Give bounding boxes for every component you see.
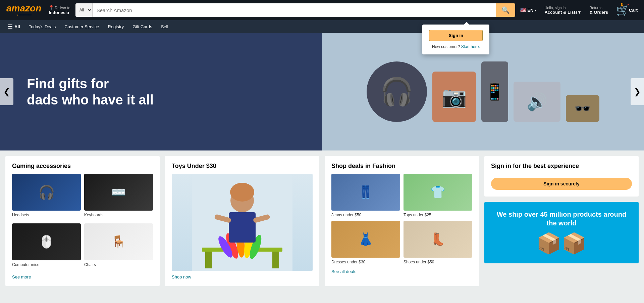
fashion-item-tops[interactable]: 👕 Tops under $25	[404, 174, 472, 217]
hero-next-button[interactable]: ❯	[631, 78, 644, 105]
chevron-down-icon: ▾	[535, 8, 536, 12]
fashion-item-dresses[interactable]: 👗 Dresses under $30	[331, 221, 400, 264]
returns-orders[interactable]: Returns & Orders	[586, 4, 611, 16]
location-pin-icon: 📍	[49, 5, 54, 10]
shoes-image: 👢	[404, 221, 472, 258]
toys-image[interactable]	[172, 174, 313, 271]
hero-sunglasses-img: 🕶️	[566, 95, 599, 122]
search-bar: All 🔍	[75, 3, 516, 17]
fashion-card: Shop deals in Fashion 👖 Jeans under $50 …	[325, 156, 479, 286]
dress-label: Dresses under $30	[331, 260, 365, 264]
account-menu[interactable]: Hello, sign in Account & Lists ▾ Sign in…	[541, 4, 584, 16]
jeans-label: Jeans under $50	[331, 213, 361, 217]
gaming-items-grid: 🎧 Headsets ⌨️ Keyboards 🖱️ Computer mice…	[12, 174, 153, 270]
fashion-card-title: Shop deals in Fashion	[331, 163, 472, 170]
ship-title: We ship over 45 million products around …	[492, 210, 631, 227]
fashion-items-grid: 👖 Jeans under $50 👕 Tops under $25 👗 Dre…	[331, 174, 472, 264]
jeans-image: 👖	[331, 174, 400, 211]
account-lists-label: Account & Lists	[544, 10, 578, 15]
tops-label: Tops under $25	[404, 213, 431, 217]
logo-smile: ↓—————	[16, 13, 31, 16]
signin-card: Sign in for the best experience Sign in …	[484, 156, 639, 197]
nav-todays-deals[interactable]: Today's Deals	[25, 22, 60, 32]
nav-all-menu[interactable]: ☰ All	[4, 21, 24, 32]
svg-rect-3	[272, 252, 279, 268]
svg-rect-10	[229, 212, 256, 243]
tops-image: 👕	[404, 174, 472, 211]
signin-card-title: Sign in for the best experience	[491, 163, 632, 170]
hero-prev-button[interactable]: ❮	[0, 78, 13, 105]
returns-label: Returns	[589, 6, 608, 10]
hero-product-images: 🎧 📷 📱 🔊 🕶️	[360, 55, 606, 129]
dropdown-signin-button[interactable]: Sign in	[429, 30, 483, 41]
ship-boxes-icon: 📦📦	[536, 231, 587, 255]
search-icon: 🔍	[501, 6, 510, 14]
toys-shop-now[interactable]: Shop now	[172, 274, 313, 279]
search-category-select[interactable]: All	[75, 3, 93, 17]
keyboard-image: ⌨️	[84, 174, 153, 211]
toys-card-title: Toys Under $30	[172, 163, 313, 170]
gaming-item-chairs[interactable]: 🪑 Chairs	[84, 223, 153, 270]
svg-point-13	[230, 183, 254, 202]
amazon-logo[interactable]: amazon ↓—————	[4, 2, 44, 18]
deliver-location[interactable]: 📍 Deliver to Indonesia	[46, 3, 72, 17]
right-column: Sign in for the best experience Sign in …	[484, 156, 639, 286]
hero-headphones-img: 🎧	[367, 61, 427, 122]
nav-all-label: All	[14, 24, 20, 29]
cart-icon: 🛒 0	[616, 4, 630, 16]
ship-worldwide-card[interactable]: We ship over 45 million products around …	[484, 202, 639, 263]
gaming-item-mice[interactable]: 🖱️ Computer mice	[12, 223, 81, 270]
signin-securely-button[interactable]: Sign in securely	[491, 178, 632, 190]
keyboard-label: Keyboards	[84, 213, 103, 217]
chair-label: Chairs	[84, 262, 96, 267]
cart-count: 0	[621, 2, 624, 7]
hero-speaker-img: 🔊	[514, 82, 560, 122]
dress-image: 👗	[331, 221, 400, 258]
nav-customer-service[interactable]: Customer Service	[61, 22, 103, 32]
hero-banner: ❮ Find gifts for dads who have it all 🎧 …	[0, 33, 644, 150]
new-customer-text: New customer?	[432, 44, 460, 49]
cards-section: Gaming accessories 🎧 Headsets ⌨️ Keyboar…	[0, 150, 644, 292]
navbar: ☰ All Today's Deals Customer Service Reg…	[0, 20, 644, 33]
cart[interactable]: 🛒 0 Cart	[614, 2, 640, 18]
gaming-item-headsets[interactable]: 🎧 Headsets	[12, 174, 81, 220]
mouse-label: Computer mice	[12, 262, 39, 267]
headset-label: Headsets	[12, 213, 29, 217]
orders-label: & Orders	[589, 10, 608, 15]
chevron-down-icon: ▾	[578, 10, 581, 15]
search-input[interactable]	[93, 3, 496, 17]
gaming-see-more[interactable]: See more	[12, 274, 153, 279]
toys-svg	[172, 174, 313, 271]
chair-image: 🪑	[84, 223, 153, 260]
toys-card: Toys Under $30	[165, 156, 319, 286]
hero-phone-img: 📱	[481, 61, 508, 122]
cart-label: Cart	[629, 8, 638, 13]
nav-gift-cards[interactable]: Gift Cards	[129, 22, 156, 32]
account-greeting: Hello, sign in	[544, 6, 581, 10]
nav-registry[interactable]: Registry	[104, 22, 127, 32]
logo-text: amazon	[6, 4, 41, 13]
headset-image: 🎧	[12, 174, 81, 211]
hamburger-icon: ☰	[8, 24, 12, 30]
hero-text: Find gifts for dads who have it all	[0, 62, 322, 121]
header: amazon ↓————— 📍 Deliver to Indonesia All…	[0, 0, 644, 20]
search-button[interactable]: 🔍	[496, 3, 515, 17]
svg-rect-2	[205, 252, 212, 268]
mouse-image: 🖱️	[12, 223, 81, 260]
gaming-item-keyboards[interactable]: ⌨️ Keyboards	[84, 174, 153, 220]
language-selector[interactable]: 🇺🇸 EN ▾	[518, 6, 539, 14]
gaming-card: Gaming accessories 🎧 Headsets ⌨️ Keyboar…	[5, 156, 160, 286]
shoes-label: Shoes under $50	[404, 260, 434, 264]
hero-title: Find gifts for dads who have it all	[27, 76, 295, 108]
hero-camera-img: 📷	[432, 72, 476, 122]
gaming-card-title: Gaming accessories	[12, 163, 153, 170]
fashion-item-jeans[interactable]: 👖 Jeans under $50	[331, 174, 400, 217]
nav-sell[interactable]: Sell	[157, 22, 172, 32]
fashion-item-shoes[interactable]: 👢 Shoes under $50	[404, 221, 472, 264]
start-here-link[interactable]: Start here.	[461, 44, 480, 49]
signin-dropdown: Sign in New customer? Start here.	[422, 25, 489, 54]
fashion-see-all[interactable]: See all deals	[331, 269, 472, 274]
language-code: EN	[527, 8, 533, 13]
flag-icon: 🇺🇸	[520, 7, 526, 13]
